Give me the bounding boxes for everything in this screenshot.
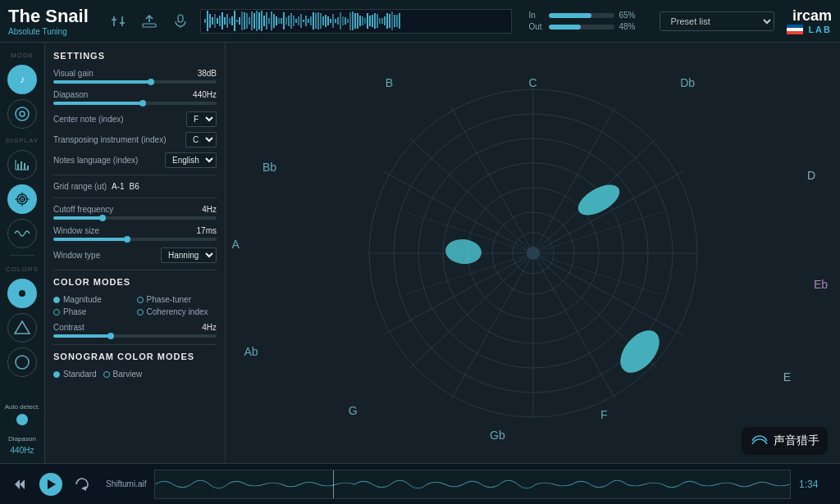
sonogram-options: Standard Barview bbox=[53, 370, 217, 379]
out-level-row: Out 48% bbox=[528, 22, 643, 31]
app-name: The Snail bbox=[8, 6, 107, 27]
in-label: In bbox=[528, 11, 545, 20]
visual-gain-row: Visual gain 38dB bbox=[53, 69, 217, 84]
transposing-select[interactable]: C bbox=[185, 132, 217, 148]
standard-option[interactable]: Standard bbox=[53, 370, 97, 379]
in-bar-fill bbox=[549, 13, 591, 18]
window-size-label: Window size bbox=[53, 226, 99, 235]
colors-label: COLORS bbox=[0, 266, 44, 273]
transport-bar: Shiftumi.aif 1:34 bbox=[0, 463, 840, 504]
svg-rect-14 bbox=[21, 161, 22, 170]
note-G: G bbox=[349, 404, 358, 417]
grid-range-low: A-1 bbox=[112, 182, 125, 191]
color-modes-grid: Magnitude Phase-tuner Phase Coherency in… bbox=[53, 295, 217, 316]
diapason-setting-value: 440Hz bbox=[193, 90, 217, 99]
watermark-icon bbox=[750, 431, 769, 451]
note-B: B bbox=[386, 76, 393, 89]
note-D: D bbox=[807, 169, 815, 182]
in-pct: 65% bbox=[619, 11, 643, 20]
display-label: DISPLAY bbox=[0, 137, 44, 144]
sidebar-divider bbox=[10, 255, 34, 256]
cutoff-label: Cutoff frequency bbox=[53, 205, 113, 214]
play-button[interactable] bbox=[39, 473, 62, 496]
in-level-row: In 65% bbox=[528, 11, 643, 20]
notes-lang-select[interactable]: English bbox=[165, 152, 217, 168]
svg-rect-15 bbox=[24, 163, 25, 170]
rewind-button[interactable] bbox=[8, 473, 31, 496]
grid-range-label: Grid range (ut) bbox=[53, 182, 107, 191]
svg-point-10 bbox=[20, 111, 25, 116]
out-pct: 48% bbox=[619, 22, 643, 31]
note-Ab: Ab bbox=[244, 345, 258, 358]
flag-icon bbox=[787, 25, 803, 34]
sidebar-display-snail[interactable] bbox=[7, 184, 37, 214]
coherency-label: Coherency index bbox=[147, 307, 208, 316]
diapason-slider[interactable] bbox=[53, 102, 217, 105]
header-controls: In 65% Out 48% Preset list bbox=[107, 9, 774, 34]
phase-tuner-radio[interactable] bbox=[137, 297, 144, 303]
window-type-select[interactable]: Hanning bbox=[161, 247, 217, 263]
transport-waveform[interactable] bbox=[154, 470, 791, 499]
sidebar-colors-triangle[interactable] bbox=[7, 313, 37, 343]
sonogram-title: SONOGRAM COLOR MODES bbox=[53, 352, 217, 361]
auto-detect-label: Auto detect. bbox=[5, 403, 40, 411]
watermark-text: 声音猎手 bbox=[774, 434, 819, 448]
svg-marker-47 bbox=[15, 479, 20, 489]
coherency-radio[interactable] bbox=[137, 309, 144, 316]
input-waveform-display bbox=[200, 9, 512, 34]
tune-icon-btn[interactable] bbox=[107, 10, 130, 33]
visual-gain-slider[interactable] bbox=[53, 80, 217, 84]
note-Eb: Eb bbox=[814, 278, 828, 291]
sidebar-colors-palette[interactable] bbox=[7, 279, 37, 308]
window-size-slider[interactable] bbox=[53, 238, 217, 241]
loop-button[interactable] bbox=[71, 473, 94, 496]
svg-text:♪: ♪ bbox=[20, 74, 25, 85]
contrast-slider[interactable] bbox=[53, 334, 217, 338]
standard-radio[interactable] bbox=[53, 371, 60, 378]
out-bar-fill bbox=[549, 25, 580, 30]
svg-point-45 bbox=[444, 238, 482, 266]
svg-point-23 bbox=[19, 290, 25, 297]
grid-range-high: B6 bbox=[130, 182, 139, 191]
note-Db: Db bbox=[680, 76, 695, 89]
sidebar-colors-circle[interactable] bbox=[7, 347, 37, 377]
sidebar-display-signal[interactable] bbox=[7, 219, 37, 248]
barview-option[interactable]: Barview bbox=[103, 370, 143, 379]
phase-tuner-option[interactable]: Phase-tuner bbox=[137, 295, 217, 304]
svg-marker-50 bbox=[81, 486, 86, 491]
window-type-label: Window type bbox=[53, 251, 100, 260]
cutoff-slider[interactable] bbox=[53, 216, 217, 220]
upload-icon-btn[interactable] bbox=[138, 10, 161, 33]
ircam-logo: ircam LAB bbox=[787, 7, 832, 34]
center-note-select[interactable]: F bbox=[186, 111, 217, 127]
transposing-row: Transposing instrument (index) C bbox=[53, 132, 217, 148]
ircam-lab: LAB bbox=[808, 25, 832, 34]
diapason-label: Diapason bbox=[8, 435, 36, 443]
svg-point-9 bbox=[16, 107, 29, 120]
settings-title: SETTINGS bbox=[53, 51, 217, 61]
left-panel: MODE ♪ DISPLAY COLORS bbox=[0, 43, 226, 463]
visual-gain-value: 38dB bbox=[198, 69, 217, 78]
preset-dropdown[interactable]: Preset list bbox=[660, 11, 774, 31]
magnitude-label: Magnitude bbox=[63, 295, 102, 304]
sidebar: MODE ♪ DISPLAY COLORS bbox=[0, 43, 45, 463]
magnitude-option[interactable]: Magnitude bbox=[53, 295, 134, 304]
mic-icon-btn[interactable] bbox=[169, 10, 192, 33]
phase-radio[interactable] bbox=[53, 309, 60, 316]
sidebar-display-spectrum[interactable] bbox=[7, 150, 37, 179]
out-label: Out bbox=[528, 22, 545, 31]
sidebar-mode-music[interactable]: ♪ bbox=[7, 65, 37, 94]
transport-waveform-svg bbox=[155, 470, 790, 498]
sidebar-mode-wave[interactable] bbox=[7, 99, 37, 129]
magnitude-radio[interactable] bbox=[53, 297, 60, 303]
diapason-row: Diapason 440Hz bbox=[53, 90, 217, 105]
auto-detect-toggle[interactable] bbox=[16, 414, 28, 425]
barview-radio[interactable] bbox=[103, 371, 110, 378]
color-modes-title: COLOR MODES bbox=[53, 277, 217, 287]
coherency-option[interactable]: Coherency index bbox=[137, 307, 217, 316]
note-A: A bbox=[231, 238, 239, 251]
window-size-value: 17ms bbox=[197, 226, 217, 235]
svg-point-44 bbox=[573, 178, 623, 220]
phase-option[interactable]: Phase bbox=[53, 307, 134, 316]
settings-panel: SETTINGS Visual gain 38dB Diapason bbox=[45, 43, 226, 463]
